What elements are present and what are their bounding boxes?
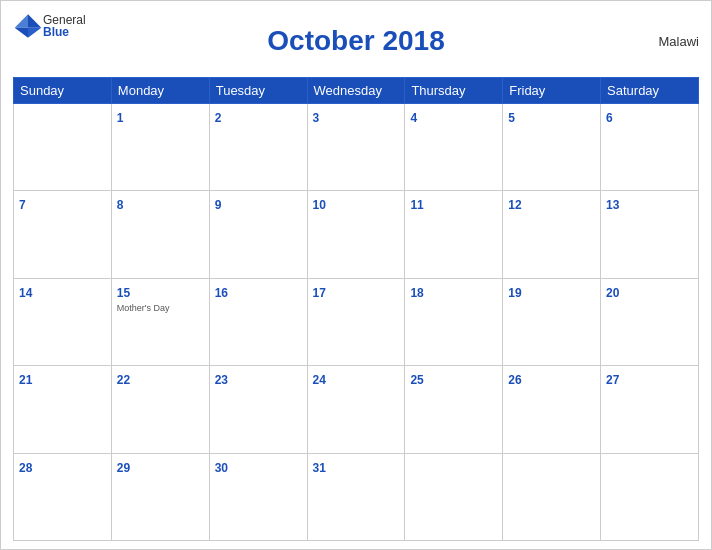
calendar-cell-3-3: 24 xyxy=(307,366,405,453)
calendar-cell-1-5: 12 xyxy=(503,191,601,278)
calendar-cell-1-1: 8 xyxy=(111,191,209,278)
calendar-cell-0-0 xyxy=(14,104,112,191)
day-number: 21 xyxy=(19,373,32,387)
day-number: 3 xyxy=(313,111,320,125)
calendar-cell-2-1: 15Mother's Day xyxy=(111,278,209,365)
day-number: 4 xyxy=(410,111,417,125)
calendar-table: Sunday Monday Tuesday Wednesday Thursday… xyxy=(13,77,699,541)
generalblue-logo-icon xyxy=(13,11,43,41)
calendar-cell-2-2: 16 xyxy=(209,278,307,365)
calendar-cell-1-2: 9 xyxy=(209,191,307,278)
event-label: Mother's Day xyxy=(117,303,204,314)
header-friday: Friday xyxy=(503,78,601,104)
calendar-cell-3-6: 27 xyxy=(601,366,699,453)
country-label: Malawi xyxy=(659,34,699,49)
day-number: 19 xyxy=(508,286,521,300)
calendar-container: General Blue October 2018 Malawi Sunday … xyxy=(0,0,712,550)
header-monday: Monday xyxy=(111,78,209,104)
day-number: 31 xyxy=(313,461,326,475)
day-number: 1 xyxy=(117,111,124,125)
calendar-cell-0-1: 1 xyxy=(111,104,209,191)
calendar-cell-0-3: 3 xyxy=(307,104,405,191)
calendar-cell-3-0: 21 xyxy=(14,366,112,453)
logo-text-wrapper: General Blue xyxy=(43,14,86,38)
calendar-cell-2-5: 19 xyxy=(503,278,601,365)
calendar-cell-4-4 xyxy=(405,453,503,540)
calendar-cell-4-3: 31 xyxy=(307,453,405,540)
day-number: 29 xyxy=(117,461,130,475)
day-number: 16 xyxy=(215,286,228,300)
month-title: October 2018 xyxy=(267,25,444,57)
header-saturday: Saturday xyxy=(601,78,699,104)
week-row-4: 21222324252627 xyxy=(14,366,699,453)
day-number: 17 xyxy=(313,286,326,300)
header-sunday: Sunday xyxy=(14,78,112,104)
calendar-cell-1-4: 11 xyxy=(405,191,503,278)
day-number: 24 xyxy=(313,373,326,387)
header-wednesday: Wednesday xyxy=(307,78,405,104)
calendar-cell-2-0: 14 xyxy=(14,278,112,365)
calendar-cell-1-0: 7 xyxy=(14,191,112,278)
calendar-cell-2-6: 20 xyxy=(601,278,699,365)
day-number: 22 xyxy=(117,373,130,387)
calendar-cell-3-2: 23 xyxy=(209,366,307,453)
calendar-cell-1-6: 13 xyxy=(601,191,699,278)
calendar-cell-3-5: 26 xyxy=(503,366,601,453)
week-row-1: 123456 xyxy=(14,104,699,191)
day-number: 23 xyxy=(215,373,228,387)
calendar-cell-0-4: 4 xyxy=(405,104,503,191)
day-number: 20 xyxy=(606,286,619,300)
calendar-cell-2-3: 17 xyxy=(307,278,405,365)
calendar-cell-4-1: 29 xyxy=(111,453,209,540)
day-number: 30 xyxy=(215,461,228,475)
day-number: 8 xyxy=(117,198,124,212)
day-number: 10 xyxy=(313,198,326,212)
day-number: 15 xyxy=(117,286,130,300)
logo-blue-text: Blue xyxy=(43,26,69,38)
day-number: 14 xyxy=(19,286,32,300)
day-number: 9 xyxy=(215,198,222,212)
calendar-cell-3-1: 22 xyxy=(111,366,209,453)
header-thursday: Thursday xyxy=(405,78,503,104)
day-number: 5 xyxy=(508,111,515,125)
weekday-header-row: Sunday Monday Tuesday Wednesday Thursday… xyxy=(14,78,699,104)
day-number: 7 xyxy=(19,198,26,212)
day-number: 12 xyxy=(508,198,521,212)
week-row-5: 28293031 xyxy=(14,453,699,540)
day-number: 13 xyxy=(606,198,619,212)
day-number: 27 xyxy=(606,373,619,387)
day-number: 18 xyxy=(410,286,423,300)
calendar-cell-4-6 xyxy=(601,453,699,540)
calendar-cell-3-4: 25 xyxy=(405,366,503,453)
logo: General Blue xyxy=(13,11,86,41)
day-number: 11 xyxy=(410,198,423,212)
calendar-cell-0-5: 5 xyxy=(503,104,601,191)
calendar-cell-4-2: 30 xyxy=(209,453,307,540)
day-number: 28 xyxy=(19,461,32,475)
day-number: 2 xyxy=(215,111,222,125)
calendar-body: 123456789101112131415Mother's Day1617181… xyxy=(14,104,699,541)
calendar-cell-4-5 xyxy=(503,453,601,540)
day-number: 6 xyxy=(606,111,613,125)
header-tuesday: Tuesday xyxy=(209,78,307,104)
calendar-cell-0-2: 2 xyxy=(209,104,307,191)
day-number: 25 xyxy=(410,373,423,387)
day-number: 26 xyxy=(508,373,521,387)
calendar-cell-4-0: 28 xyxy=(14,453,112,540)
calendar-cell-0-6: 6 xyxy=(601,104,699,191)
calendar-cell-1-3: 10 xyxy=(307,191,405,278)
calendar-header: General Blue October 2018 Malawi xyxy=(13,11,699,71)
week-row-2: 78910111213 xyxy=(14,191,699,278)
calendar-thead: Sunday Monday Tuesday Wednesday Thursday… xyxy=(14,78,699,104)
calendar-cell-2-4: 18 xyxy=(405,278,503,365)
week-row-3: 1415Mother's Day1617181920 xyxy=(14,278,699,365)
